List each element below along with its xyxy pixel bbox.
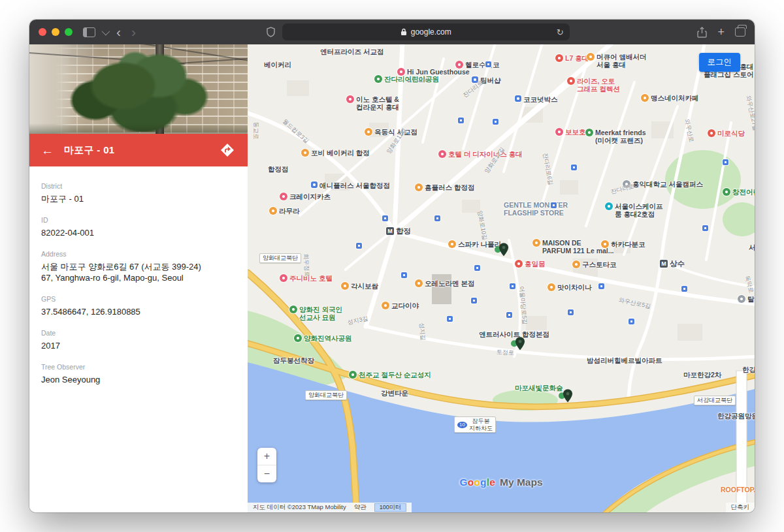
terms-link[interactable]: 약관 <box>354 503 367 512</box>
tree-marker[interactable] <box>511 336 525 351</box>
poi-icon <box>572 260 580 268</box>
map-poi: 옥동식 서교점 <box>365 128 417 136</box>
poi-label: 한강공원망원지구 <box>717 412 755 420</box>
field-observer: Tree Observer Jeon Seeyoung <box>41 363 236 385</box>
poi-icon <box>311 181 318 188</box>
field-district: District 마포구 - 01 <box>41 182 236 204</box>
field-address: Address 서울 마포구 양화로6길 67 (서교동 399-24) 67,… <box>41 250 236 283</box>
new-tab-button[interactable]: + <box>717 27 725 37</box>
poi-icon <box>382 302 389 309</box>
road-sign: 10잠두봉지하차도 <box>454 416 496 433</box>
fullscreen-window-button[interactable] <box>65 28 73 36</box>
road-label: 와우산로 <box>683 118 696 143</box>
road-label: 와우산로5길 <box>618 296 652 311</box>
back-button[interactable]: ‹ <box>114 25 123 39</box>
share-icon[interactable] <box>697 27 707 38</box>
keyboard-shortcuts-link[interactable]: 단축키 <box>726 503 755 512</box>
titlebar-actions: + <box>697 27 745 38</box>
bus-stop-icon <box>471 298 477 304</box>
poi-icon <box>723 188 730 196</box>
poi-icon <box>641 94 649 102</box>
poi-icon <box>415 279 423 287</box>
tab-overview-icon[interactable] <box>735 27 745 37</box>
poi-icon <box>374 75 382 83</box>
tree-marker[interactable] <box>495 242 509 257</box>
panel-header: ← 마포구 - 01 <box>29 134 248 166</box>
poi-icon <box>289 305 297 313</box>
poi-icon <box>349 371 357 379</box>
map-poi: 코코넛박스 <box>515 95 558 103</box>
poi-label: 크레이지카츠 <box>289 193 331 200</box>
map-attribution: 지도 데이터 ©2023 TMap Mobility 약관 100미터 <box>248 503 412 512</box>
bus-stop-icon <box>702 225 708 231</box>
road-label: 월드컵로3길 <box>281 117 311 146</box>
field-list: District 마포구 - 01 ID 82022-04-001 Addres… <box>29 166 248 385</box>
map-poi: 스파카 나폴리 <box>448 240 501 248</box>
road-sign-text: 잠두봉지하차도 <box>469 418 493 431</box>
map-poi: 엔터프라이즈 서교점 <box>320 48 384 55</box>
google-logo: Google <box>459 477 495 488</box>
poi-label: 각시보쌈 <box>351 282 378 290</box>
login-button[interactable]: 로그인 <box>699 53 741 72</box>
bus-stop-icon <box>485 61 491 67</box>
browser-window: ‹ › google.com ↻ <box>29 20 755 512</box>
close-window-button[interactable] <box>39 28 46 36</box>
reload-button[interactable]: ↻ <box>557 27 564 37</box>
poi-label: 베이커리 <box>264 61 291 69</box>
poi-label: 한강밤섬자이 <box>742 366 755 373</box>
poi-icon <box>585 129 593 136</box>
field-value: 37.5486647, 126.9180885 <box>41 306 236 317</box>
tree-marker[interactable] <box>559 388 573 403</box>
titlebar-center: google.com ↻ <box>144 23 691 40</box>
poi-label: 호텔 더 디자이너스 홍대 <box>448 150 523 158</box>
poi-label: 미로식당 <box>717 129 745 137</box>
back-arrow-icon[interactable]: ← <box>41 144 54 157</box>
directions-icon[interactable] <box>219 142 236 159</box>
poi-icon <box>515 95 521 102</box>
map-poi: 교다이야 <box>382 302 419 309</box>
map-poi: 잠두봉선착장 <box>273 356 314 364</box>
poi-icon <box>294 334 302 342</box>
road-label: 양화로10길 <box>476 210 489 241</box>
zoom-in-button[interactable]: + <box>257 448 276 465</box>
bus-stop-icon <box>681 286 687 292</box>
zoom-out-button[interactable]: − <box>257 465 276 482</box>
forward-button[interactable]: › <box>129 25 138 39</box>
hedge-shadow <box>29 123 248 134</box>
poi-label: 강변타운 <box>381 389 408 397</box>
poi-label: 양화진 외국인선교사 묘원 <box>299 305 342 321</box>
map-poi: 애니플러스 서울합정점 <box>311 181 390 189</box>
url-text: google.com <box>411 27 451 37</box>
poi-icon <box>547 283 555 291</box>
map-canvas[interactable]: 엔터프라이즈 서교점베이커리Hi Jun Guesthouse& Cafe헬로수… <box>248 44 755 512</box>
bus-stop-icon <box>723 159 728 165</box>
field-label: District <box>41 182 236 190</box>
bus-stop-icon <box>510 283 515 289</box>
poi-label: 구스토타코 <box>582 260 617 268</box>
bus-stop-icon <box>551 202 557 208</box>
sidebar-toggle-icon[interactable] <box>83 27 95 37</box>
poi-label: 맛이차이나 <box>557 283 592 291</box>
poi-label: 오레노라멘 본점 <box>425 279 474 287</box>
bus-stop-icon <box>571 164 577 170</box>
map-poi: 구스토타코 <box>572 260 617 268</box>
poi-icon <box>455 61 463 69</box>
bus-stop-icon <box>356 243 362 249</box>
map-poi: 각시보쌈 <box>341 282 378 290</box>
map-poi: 라무라 <box>269 207 300 215</box>
road-label: 성지길 <box>417 322 427 341</box>
map-poi: 한강공원망원지구 <box>717 412 755 420</box>
poi-layer: 엔터프라이즈 서교점베이커리Hi Jun Guesthouse& Cafe헬로수… <box>248 44 755 512</box>
address-bar[interactable]: google.com ↻ <box>282 23 570 40</box>
poi-icon <box>605 202 613 210</box>
privacy-shield-icon[interactable] <box>266 27 276 37</box>
poi-label: 마포한강2차 <box>683 371 721 379</box>
map-poi: 양화진 외국인선교사 묘원 <box>289 305 342 321</box>
chevron-down-icon[interactable] <box>102 27 110 35</box>
road-label: 희우정로 <box>302 253 312 277</box>
poi-icon <box>567 77 575 85</box>
minimize-window-button[interactable] <box>52 28 59 36</box>
field-value: 82022-04-001 <box>41 227 236 238</box>
poi-label: 맹스네이처카페 <box>651 94 699 102</box>
poi-label: 합정점 <box>268 165 289 173</box>
